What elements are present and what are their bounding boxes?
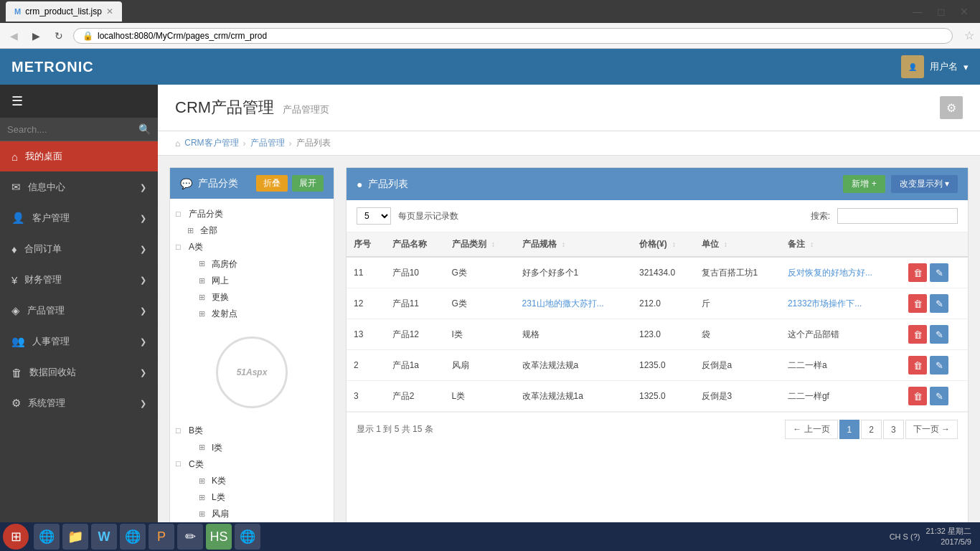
taskbar-app-word[interactable]: W [91, 524, 117, 550]
page-title-group: CRM产品管理 产品管理页 [175, 97, 329, 118]
change-columns-button[interactable]: 改变显示列 ▾ [891, 175, 958, 193]
forward-btn[interactable]: ▶ [28, 29, 44, 43]
category-tree: □ 产品分类 ⊞ 全部 □ A类 ⊞ 高房价 [170, 199, 334, 522]
sidebar-item-finance[interactable]: ¥ 财务管理 ❯ [0, 265, 158, 296]
taskbar-app-ppt[interactable]: P [149, 524, 174, 550]
cell-unit: 斤 [694, 288, 781, 319]
expand-button[interactable]: 展开 [292, 175, 324, 192]
sidebar-item-product[interactable]: ◈ 产品管理 ❯ [0, 296, 158, 326]
page-1-button[interactable]: 1 [839, 420, 860, 439]
url-text: localhost:8080/MyCrm/pages_crm/crm_prod [98, 31, 267, 41]
cell-spec: 规格 [515, 319, 632, 350]
delete-button[interactable]: 🗑 [908, 294, 927, 313]
sidebar-item-customer[interactable]: 👤 客户管理 ❯ [0, 203, 158, 234]
tree-node-launch[interactable]: ⊞ 发射点 [176, 306, 328, 322]
back-btn[interactable]: ◀ [6, 29, 22, 43]
breadcrumb-item-product-mgmt[interactable]: 产品管理 [250, 137, 285, 149]
taskbar-app-edit[interactable]: ✏ [177, 524, 203, 550]
user-avatar: 👤 [901, 55, 924, 78]
delete-button[interactable]: 🗑 [908, 325, 927, 344]
tree-node-label: B类 [189, 424, 203, 438]
date-display: 2017/5/9 [925, 537, 971, 547]
page-3-button[interactable]: 3 [883, 420, 904, 439]
tree-node-c[interactable]: □ C类 [176, 456, 328, 473]
tree-node-fan[interactable]: ⊞ 风扇 [176, 506, 328, 522]
taskbar-app-hs[interactable]: HS [206, 524, 232, 550]
maximize-btn[interactable]: ◻ [931, 4, 951, 19]
close-btn[interactable]: ✕ [954, 4, 974, 19]
user-dropdown-icon[interactable]: ▾ [963, 62, 969, 72]
tree-node-a[interactable]: □ A类 [176, 239, 328, 255]
start-button[interactable]: ⊞ [3, 524, 29, 550]
browser-tab[interactable]: M crm_product_list.jsp ✕ [6, 1, 122, 22]
cell-seq: 12 [347, 288, 385, 319]
edit-button[interactable]: ✎ [930, 356, 948, 375]
action-btns: 🗑 ✎ [908, 294, 961, 313]
tree-node-all[interactable]: ⊞ 全部 [176, 222, 328, 239]
taskbar-app-chrome2[interactable]: 🌐 [235, 524, 260, 550]
settings-button[interactable]: ⚙ [940, 96, 963, 119]
tree-toggle-icon: ⊞ [199, 308, 209, 321]
tree-node-high-price[interactable]: ⊞ 高房价 [176, 256, 328, 273]
prev-page-button[interactable]: ← 上一页 [785, 420, 837, 439]
sidebar-item-info-center[interactable]: ✉ 信息中心 ❯ [0, 172, 158, 203]
edit-button[interactable]: ✎ [930, 387, 948, 405]
pagination-info: 显示 1 到 5 共 15 条 [357, 423, 433, 435]
taskbar-app-chrome[interactable]: 🌐 [120, 524, 146, 550]
inner-content: 💬 产品分类 折叠 展开 □ 产品分类 ⊞ 全部 [158, 156, 980, 522]
search-input[interactable] [7, 124, 134, 135]
refresh-btn[interactable]: ↻ [50, 29, 67, 43]
delete-button[interactable]: 🗑 [908, 263, 927, 282]
edit-button[interactable]: ✎ [930, 325, 948, 344]
watermark-area: 51Aspx [176, 322, 328, 423]
col-seq: 序号 [347, 232, 385, 257]
page-header: CRM产品管理 产品管理页 ⚙ [158, 85, 980, 131]
sidebar-menu-toggle[interactable]: ☰ [0, 85, 158, 118]
delete-button[interactable]: 🗑 [908, 387, 927, 405]
collapse-button[interactable]: 折叠 [256, 175, 288, 192]
page-title: CRM产品管理 [175, 97, 274, 118]
tree-node-online[interactable]: ⊞ 网上 [176, 273, 328, 289]
breadcrumb-item-crm[interactable]: CRM客户管理 [184, 137, 238, 149]
page-2-button[interactable]: 2 [861, 420, 882, 439]
chevron-right-icon: ❯ [140, 337, 146, 347]
next-page-button[interactable]: 下一页 → [905, 420, 958, 439]
action-btns: 🗑 ✎ [908, 387, 961, 405]
sidebar-item-recycle[interactable]: 🗑 数据回收站 ❯ [0, 357, 158, 388]
delete-button[interactable]: 🗑 [908, 356, 927, 375]
new-product-button[interactable]: 新增 + [843, 175, 885, 193]
product-search-input[interactable] [837, 208, 958, 224]
tree-node-replace[interactable]: ⊞ 更换 [176, 289, 328, 306]
edit-button[interactable]: ✎ [930, 263, 948, 282]
edit-button[interactable]: ✎ [930, 294, 948, 313]
remark-link[interactable]: 反对恢复的好地方好... [788, 268, 872, 278]
per-page-select[interactable]: 5 10 25 [357, 207, 391, 225]
tree-node-k[interactable]: ⊞ K类 [176, 473, 328, 489]
tree-node-b[interactable]: □ B类 [176, 423, 328, 439]
col-remark: 备注 ↕ [781, 232, 901, 257]
sidebar-item-system[interactable]: ⚙ 系统管理 ❯ [0, 388, 158, 419]
bookmark-icon[interactable]: ☆ [964, 29, 974, 42]
cell-category: L类 [445, 381, 515, 412]
url-bar[interactable]: 🔒 localhost:8080/MyCrm/pages_crm/crm_pro… [73, 28, 953, 44]
sidebar-item-hr[interactable]: 👥 人事管理 ❯ [0, 326, 158, 357]
table-row: 3 产品2 L类 改革法规法规1a 1325.0 反倒是3 二二一样gf 🗑 ✎ [347, 381, 968, 412]
tree-node-root[interactable]: □ 产品分类 [176, 206, 328, 222]
remark-link[interactable]: 21332市场操作下... [788, 298, 862, 309]
breadcrumb: ⌂ CRM客户管理 › 产品管理 › 产品列表 [158, 131, 980, 156]
sidebar-item-label: 财务管理 [24, 273, 62, 286]
my-desk-icon: ⌂ [11, 151, 18, 163]
spec-link[interactable]: 231山地的撒大苏打... [522, 298, 604, 309]
chat-icon: 💬 [180, 178, 192, 189]
tree-node-l[interactable]: ⊞ L类 [176, 489, 328, 506]
taskbar-app-folder[interactable]: 📁 [62, 524, 88, 550]
tree-node-i[interactable]: ⊞ I类 [176, 440, 328, 456]
sidebar-item-my-desk[interactable]: ⌂ 我的桌面 [0, 141, 158, 172]
sidebar-item-contract[interactable]: ♦ 合同订单 ❯ [0, 234, 158, 265]
tab-close-btn[interactable]: ✕ [106, 6, 113, 17]
tree-toggle-icon: ⊞ [199, 275, 209, 288]
cell-price: 212.0 [632, 288, 694, 319]
taskbar-time: 21:32 星期二 2017/5/9 [925, 526, 971, 548]
minimize-btn[interactable]: — [907, 4, 928, 19]
taskbar-app-ie[interactable]: 🌐 [34, 524, 60, 550]
